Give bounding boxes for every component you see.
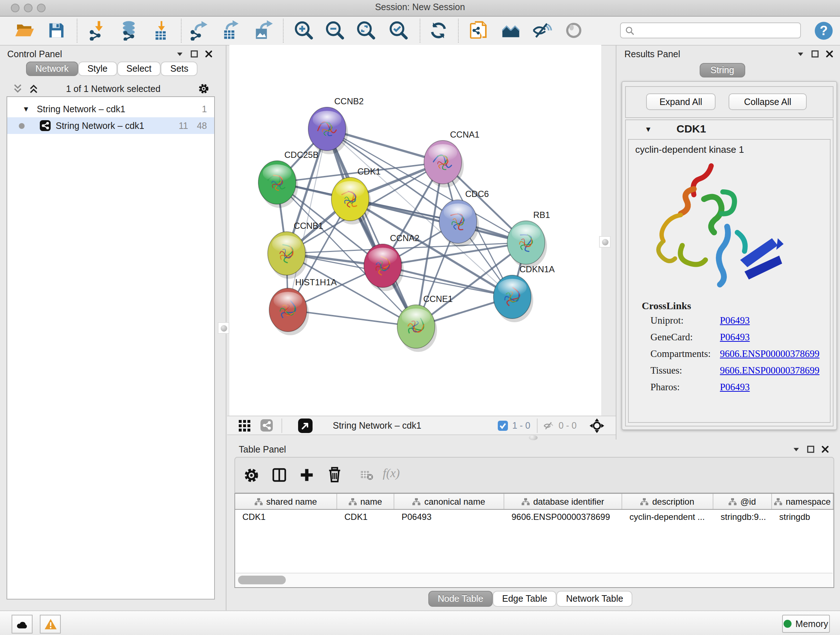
table-row[interactable]: CDK1CDK1P064939606.ENSP00000378699cyclin… — [235, 510, 834, 524]
column-header--id[interactable]: @id — [714, 494, 772, 509]
tab-node-table[interactable]: Node Table — [428, 591, 493, 607]
float-panel-icon[interactable] — [811, 50, 819, 58]
crosslinks-list: Uniprot: P06493 GeneCard: P06493 Compart… — [629, 315, 830, 398]
crosslink-value-link[interactable]: P06493 — [720, 332, 750, 343]
search-input[interactable] — [635, 25, 796, 36]
network-view-toolbar: String Network – cdk1 1 - 0 0 - 0 — [227, 416, 616, 435]
show-columns-icon[interactable] — [271, 467, 287, 483]
collapse-panel-icon[interactable] — [797, 50, 805, 58]
column-header-label: namespace — [786, 496, 831, 507]
warnings-button[interactable] — [40, 615, 61, 633]
right-splitter-handle[interactable] — [599, 236, 611, 248]
tree-expander-icon[interactable]: ▼ — [22, 105, 30, 113]
birds-eye-view-icon[interactable] — [239, 420, 250, 432]
tab-sets[interactable]: Sets — [161, 62, 198, 76]
enable-glass-button[interactable] — [563, 19, 584, 41]
column-header-namespace[interactable]: namespace — [772, 494, 834, 509]
tab-network[interactable]: Network — [26, 62, 78, 76]
export-table-icon — [220, 20, 240, 41]
float-panel-icon[interactable] — [807, 445, 815, 453]
network-row[interactable]: String Network – cdk1 11 48 — [7, 117, 214, 134]
zoom-out-icon — [325, 20, 345, 41]
create-column-plus-icon[interactable] — [299, 467, 315, 483]
expand-all-button[interactable]: Expand All — [646, 93, 715, 110]
column-header-database-identifier[interactable]: database identifier — [504, 494, 622, 509]
crosslink-value-link[interactable]: P06493 — [720, 315, 750, 326]
save-session-button[interactable] — [46, 19, 67, 41]
table-panel: Table Panel f(x) shared namenamecanonica… — [234, 441, 834, 610]
string-protein-query-button[interactable] — [467, 19, 489, 41]
network-node-rb1[interactable]: RB1 — [507, 210, 550, 268]
network-collection-row[interactable]: ▼ String Network – cdk1 1 — [7, 101, 214, 117]
column-header-description[interactable]: description — [622, 494, 714, 509]
gene-collapse-icon[interactable]: ▼ — [645, 125, 652, 133]
selected-node-edge-counts: 1 - 0 — [512, 421, 531, 431]
collection-count: 1 — [202, 104, 207, 114]
network-type-icon[interactable] — [261, 419, 273, 432]
network-node-ccna1[interactable]: CCNA1 — [424, 130, 479, 187]
column-header-name[interactable]: name — [337, 494, 394, 509]
import-table-button[interactable] — [150, 19, 172, 41]
protein-structure-image[interactable] — [642, 157, 786, 295]
tab-network-table[interactable]: Network Table — [557, 591, 633, 607]
fit-selection-crosshair-icon[interactable] — [589, 418, 605, 434]
column-header-canonical-name[interactable]: canonical name — [394, 494, 504, 509]
export-table-button[interactable] — [219, 19, 241, 41]
node-label: HIST1H1A — [295, 277, 337, 287]
collapse-all-button[interactable]: Collapse All — [729, 93, 807, 110]
hide-glass-button[interactable] — [531, 19, 553, 41]
gear-icon[interactable] — [198, 83, 209, 94]
memory-ok-dot-icon — [784, 620, 792, 628]
cloud-status-button[interactable] — [11, 615, 33, 633]
network-node-cdkn1a[interactable]: CDKN1A — [493, 264, 554, 322]
tab-edge-table[interactable]: Edge Table — [493, 591, 557, 607]
collapse-panel-icon[interactable] — [176, 50, 184, 58]
crosslink-value-link[interactable]: 9606.ENSP00000378699 — [720, 365, 819, 377]
float-panel-icon[interactable] — [190, 50, 198, 58]
horizontal-splitter-handle[interactable] — [529, 435, 538, 440]
window-title: Session: New Session — [0, 2, 840, 12]
zoom-out-button[interactable] — [324, 19, 346, 41]
help-button[interactable]: ? — [813, 19, 834, 41]
zoom-in-button[interactable] — [293, 19, 315, 41]
table-settings-gear-icon[interactable] — [244, 468, 259, 483]
crosslink-value-link[interactable]: 9606.ENSP00000378699 — [720, 348, 819, 360]
memory-status-button[interactable]: Memory — [782, 615, 830, 633]
column-header-label: description — [652, 496, 694, 507]
hscrollbar-thumb[interactable] — [238, 576, 286, 584]
import-network-from-database-button[interactable] — [118, 19, 140, 41]
selected-checkbox-icon[interactable] — [498, 421, 508, 431]
close-panel-icon[interactable] — [821, 445, 829, 453]
zoom-selected-button[interactable] — [388, 19, 409, 41]
close-panel-icon[interactable] — [205, 50, 213, 58]
network-node-hist1h1a[interactable]: HIST1H1A — [269, 277, 337, 335]
table-cell: CDK1 — [337, 510, 394, 524]
zoom-fit-button[interactable] — [355, 19, 377, 41]
network-edge[interactable] — [327, 129, 416, 326]
collapse-panel-icon[interactable] — [792, 445, 800, 453]
column-header-shared-name[interactable]: shared name — [235, 494, 337, 509]
tab-select[interactable]: Select — [117, 62, 161, 76]
network-canvas[interactable]: CCNB2CCNA1CDC25BCDK1CDC6RB1CCNB1CCNA2CDK… — [229, 45, 601, 416]
apply-layout-button[interactable] — [428, 19, 449, 41]
export-image-button[interactable] — [252, 19, 273, 41]
tab-string[interactable]: String — [699, 63, 745, 78]
export-network-button[interactable] — [188, 19, 210, 41]
open-session-button[interactable] — [14, 19, 35, 41]
delete-column-trash-icon[interactable] — [326, 466, 343, 483]
memory-label: Memory — [796, 619, 828, 629]
selection-status: 1 of 1 Network selected — [0, 84, 226, 94]
tab-style[interactable]: Style — [78, 62, 117, 76]
detach-view-icon[interactable] — [298, 418, 313, 433]
node-label: CDK1 — [357, 166, 381, 176]
network-edge[interactable] — [350, 199, 526, 242]
close-panel-icon[interactable] — [826, 50, 834, 58]
string-network-graph[interactable]: CCNB2CCNA1CDC25BCDK1CDC6RB1CCNB1CCNA2CDK… — [229, 45, 601, 416]
left-splitter-handle[interactable] — [218, 322, 229, 334]
import-network-button[interactable] — [87, 19, 109, 41]
string-home-button[interactable] — [500, 19, 522, 41]
node-label: CCNA2 — [390, 233, 419, 243]
database-import-icon — [118, 20, 139, 41]
search-box[interactable] — [620, 22, 801, 38]
crosslink-value-link[interactable]: P06493 — [720, 382, 750, 393]
